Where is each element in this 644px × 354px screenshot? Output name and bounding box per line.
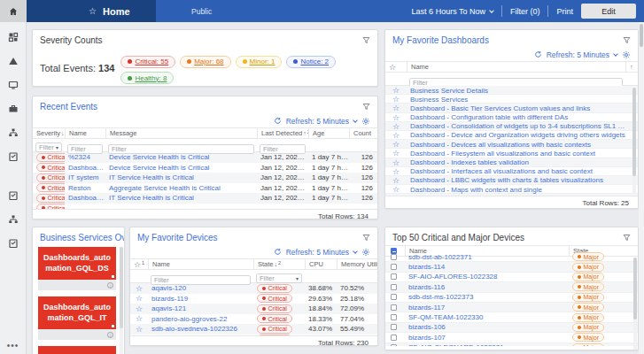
device-name[interactable]: SF-QM-TEAM-1022330 — [405, 313, 569, 321]
business-service-tile[interactable]: Dashboards_automation_GQL_ITi — [38, 296, 116, 340]
info-icon[interactable]: i — [107, 282, 113, 289]
dashboard-link[interactable]: Dashboard - Basic Tier Services Custom v… — [407, 104, 625, 112]
severity-filter-select[interactable]: Filter▾ — [35, 142, 62, 152]
chevron-down-icon[interactable] — [353, 249, 358, 254]
refresh-label[interactable]: Refresh: 5 Minutes — [547, 50, 609, 59]
favorite-star-icon[interactable]: ☆ — [130, 325, 148, 334]
select-all-checkbox[interactable] — [391, 248, 397, 254]
scrollbar-thumb[interactable] — [640, 24, 643, 47]
panel-title[interactable]: My Favorite Dashboards — [392, 35, 489, 45]
settings-gear-icon[interactable] — [361, 248, 370, 257]
business-service-tile[interactable]: i — [38, 346, 116, 354]
filter-funnel-icon[interactable] — [362, 103, 370, 111]
row-checkbox[interactable] — [391, 314, 397, 320]
refresh-icon[interactable] — [534, 50, 542, 58]
panel-title[interactable]: Recent Events — [40, 102, 97, 112]
sort-asc-icon[interactable]: ↑ — [625, 62, 638, 72]
device-row[interactable]: ☆aqavis-121Critical18.84%72.09% — [130, 304, 377, 314]
filter-funnel-icon[interactable] — [362, 234, 370, 242]
business-services-icon[interactable] — [8, 104, 19, 114]
column-header-favorite[interactable]: ☆1 — [130, 259, 148, 269]
device-row[interactable]: sdb-dst-ab-1022371Major — [385, 252, 638, 262]
device-name[interactable]: bizards-107 — [405, 334, 569, 342]
filter-button[interactable]: Filter (0) — [510, 7, 540, 16]
row-checkbox[interactable] — [391, 284, 397, 290]
favorite-star-icon[interactable]: ☆ — [130, 294, 148, 303]
dashboard-link[interactable]: Dashboard - Configuration table with dif… — [407, 113, 625, 121]
events-icon[interactable] — [8, 56, 19, 66]
dashboard-link[interactable]: Dashboard - Device and Organization widg… — [407, 131, 625, 139]
service-health-tile[interactable]: Dashboards_automation_GQL_DS — [38, 247, 116, 280]
info-icon[interactable]: i — [107, 332, 113, 338]
favorite-star-icon[interactable]: ☆ — [385, 122, 407, 131]
device-row[interactable]: ☆sdb-aio-svedneva-1022326Critical43.07%5… — [130, 324, 377, 335]
favorite-star-icon[interactable]: ☆ — [385, 194, 407, 196]
favorite-star-icon[interactable]: ☆ — [385, 149, 407, 158]
severity-pill[interactable]: Minor: 1 — [236, 56, 283, 68]
event-name[interactable]: Reston — [65, 184, 105, 192]
dashboards-icon[interactable] — [8, 32, 19, 42]
tasks-icon[interactable] — [8, 151, 19, 162]
device-row[interactable]: ☆bizards-119Critical29.63%25.18% — [130, 294, 377, 304]
dashboard-link[interactable]: Dashboard - Indexes tables validation — [407, 158, 625, 166]
panel-scrollbar[interactable] — [633, 258, 637, 350]
event-message[interactable]: IT Service Health is Critical — [105, 173, 257, 181]
device-name[interactable]: bizards-116 — [405, 283, 569, 291]
event-name[interactable]: Dashboards_automat — [65, 164, 105, 172]
dashboard-row[interactable]: ☆Dashboard - Device and Organization wid… — [385, 131, 638, 140]
favorite-star-icon[interactable]: ☆ — [385, 158, 407, 167]
column-header-name[interactable]: Name — [407, 62, 625, 72]
column-header-name[interactable]: Name — [148, 259, 253, 269]
favorite-star-icon[interactable]: ☆ — [385, 95, 407, 104]
event-message[interactable]: Device Service Health is Critical — [105, 164, 257, 172]
event-name[interactable]: Dashboards_automat — [65, 194, 105, 202]
device-row[interactable]: ☆pandero-aio-ggroves-22Critical18.33%77.… — [130, 314, 377, 325]
event-row[interactable]: CriticalIT systemIT Service Health is Cr… — [33, 173, 377, 183]
favorite-star-icon[interactable]: ☆ — [89, 6, 97, 16]
device-row[interactable]: bizards-107Major — [385, 333, 638, 342]
page-scrollbar[interactable] — [639, 22, 644, 354]
severity-pill[interactable]: Critical: 55 — [120, 56, 175, 68]
dashboard-row[interactable]: ☆Dashboard - Devices all visualizations … — [385, 140, 638, 149]
favorite-star-icon[interactable]: ☆ — [130, 335, 148, 335]
business-service-tile[interactable]: Dashboards_automation_GQL_DSi — [38, 247, 116, 290]
dashboard-link[interactable]: Business Service Details — [407, 87, 625, 95]
device-name[interactable]: bizards-114 — [405, 263, 569, 271]
print-button[interactable]: Print — [556, 7, 573, 16]
column-header-severity[interactable]: Severity↓1 — [33, 128, 65, 138]
dashboard-link[interactable]: Dashboard - LBBC widgets with charts & t… — [407, 176, 625, 184]
dashboard-row[interactable]: ☆Dashboard - Consolidation of widgets up… — [385, 122, 638, 131]
dashboard-link[interactable]: Dashboard - Filesystem all visualization… — [407, 150, 625, 158]
row-checkbox[interactable] — [391, 304, 397, 311]
favorite-star-icon[interactable]: ☆ — [385, 167, 407, 176]
event-name[interactable]: %2324 — [65, 153, 105, 161]
device-row[interactable]: SF-AIO-CLEONARD-1022321Major — [385, 343, 638, 346]
filter-funnel-icon[interactable] — [623, 36, 631, 44]
home-nav-button[interactable] — [0, 0, 27, 22]
refresh-icon[interactable] — [274, 248, 282, 256]
severity-pill[interactable]: Notice: 2 — [286, 56, 336, 68]
row-checkbox[interactable] — [391, 324, 397, 330]
severity-pill[interactable]: Major: 68 — [180, 56, 230, 68]
favorite-star-icon[interactable]: ☆ — [130, 304, 148, 313]
device-name[interactable]: sdb-dst-ab-1022371 — [405, 253, 569, 261]
device-name[interactable]: sdb-aio-svedneva-1022326 — [148, 325, 253, 333]
column-header-age[interactable]: Age — [308, 128, 349, 138]
device-row[interactable]: bizards-117Major — [385, 303, 638, 312]
device-name[interactable]: bizards-119 — [148, 295, 253, 303]
device-name[interactable]: aqavis-120 — [148, 284, 253, 292]
device-name[interactable]: aqavis-121 — [148, 304, 253, 312]
event-row[interactable]: CriticalDashboards_automatIT Service Hea… — [33, 193, 377, 204]
favorite-star-icon[interactable]: ☆ — [385, 140, 407, 149]
column-header-count[interactable]: Count — [349, 128, 377, 138]
device-name[interactable]: bizards-117 — [405, 304, 569, 312]
event-row[interactable]: Critical%2324Device Service Health is Cr… — [33, 152, 377, 163]
service-health-tile[interactable]: Dashboards_automation_GQL_IT — [38, 296, 116, 329]
device-row[interactable]: bizards-114Major — [385, 262, 638, 272]
maps-icon[interactable] — [8, 127, 19, 138]
favorite-star-icon[interactable]: ☆ — [385, 86, 407, 95]
edit-button[interactable]: Edit — [581, 4, 636, 19]
device-row[interactable]: SF-AIO-AFLORES-1022328Major — [385, 273, 638, 282]
network-icon[interactable] — [8, 214, 19, 225]
dashboard-link[interactable]: Business Services — [407, 96, 625, 104]
